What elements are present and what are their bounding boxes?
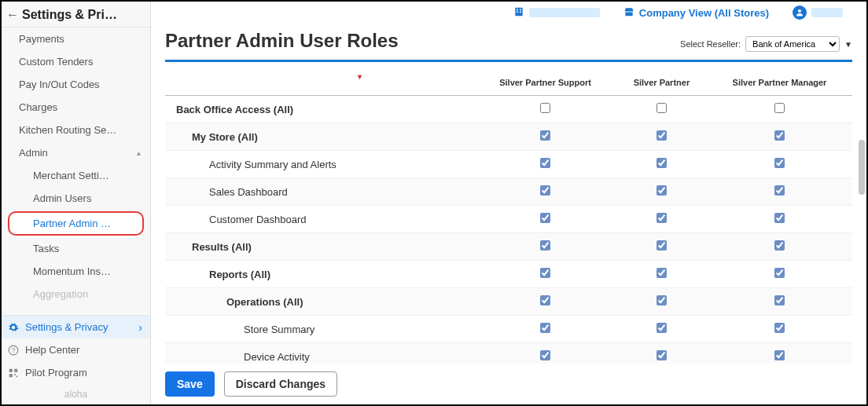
table-row: Back Office Access (All) xyxy=(165,96,852,123)
reseller-select[interactable]: Bank of America xyxy=(745,36,840,52)
discard-button[interactable]: Discard Changes xyxy=(224,371,337,397)
divider xyxy=(165,60,852,62)
sidebar-item-pilot-program[interactable]: Pilot Program xyxy=(2,361,150,384)
permission-cell xyxy=(707,96,852,123)
table-row: Store Summary xyxy=(165,316,852,343)
sidebar-item-label: Settings & Privacy xyxy=(25,321,108,333)
sidebar-item-tasks[interactable]: Tasks xyxy=(2,237,150,260)
building-icon xyxy=(513,6,524,20)
sidebar-item-label: Partner Admin … xyxy=(33,218,111,229)
back-arrow-icon[interactable]: ← xyxy=(6,8,19,22)
permission-checkbox[interactable] xyxy=(540,295,550,305)
permission-cell xyxy=(707,288,852,316)
svg-text:?: ? xyxy=(12,346,16,353)
sort-indicator-icon: ▾ xyxy=(358,73,362,81)
footer-actions: Save Discard Changes xyxy=(165,364,852,404)
permission-checkbox[interactable] xyxy=(774,240,785,251)
save-button[interactable]: Save xyxy=(165,371,215,397)
permission-cell xyxy=(474,261,616,288)
table-row: Device Activity xyxy=(165,343,852,364)
permission-checkbox[interactable] xyxy=(540,350,550,360)
sidebar-item-pay-in-out-codes[interactable]: Pay In/Out Codes xyxy=(2,73,150,96)
permission-checkbox[interactable] xyxy=(657,240,667,251)
permission-checkbox[interactable] xyxy=(774,295,785,305)
sidebar-item-label: Pay In/Out Codes xyxy=(19,79,100,90)
permission-cell xyxy=(707,206,852,233)
content: Partner Admin User Roles Select Reseller… xyxy=(151,22,866,404)
sidebar-item-aggregation[interactable]: Aggregation xyxy=(2,283,150,305)
permission-label: Store Summary xyxy=(165,316,474,343)
sidebar-item-settings-privacy[interactable]: Settings & Privacy xyxy=(2,316,150,338)
permission-cell xyxy=(474,343,616,364)
permission-checkbox[interactable] xyxy=(774,103,785,113)
permission-checkbox[interactable] xyxy=(540,213,550,223)
permission-checkbox[interactable] xyxy=(540,323,550,333)
sidebar-item-partner-admin[interactable]: Partner Admin … xyxy=(8,211,144,236)
svg-rect-3 xyxy=(14,368,17,371)
permission-checkbox[interactable] xyxy=(540,158,550,168)
permission-cell xyxy=(616,343,707,364)
permission-label: Device Activity xyxy=(165,343,474,364)
permission-checkbox[interactable] xyxy=(774,323,785,333)
permission-checkbox[interactable] xyxy=(774,185,785,196)
sidebar-item-label: Tasks xyxy=(33,243,59,254)
table-row: Reports (All) xyxy=(165,261,852,288)
sidebar-item-label: Custom Tenders xyxy=(19,56,93,68)
sidebar-item-custom-tenders[interactable]: Custom Tenders xyxy=(2,50,150,73)
permission-checkbox[interactable] xyxy=(774,130,785,141)
permission-checkbox[interactable] xyxy=(774,158,785,168)
sidebar-item-label: Kitchen Routing Se… xyxy=(19,124,116,136)
permissions-table-wrap: ▾ Silver Partner SupportSilver PartnerSi… xyxy=(165,73,852,364)
sidebar-item-admin[interactable]: Admin▴ xyxy=(2,141,150,164)
permission-label: Customer Dashboard xyxy=(165,206,474,233)
permission-cell xyxy=(616,233,707,261)
svg-rect-9 xyxy=(520,9,521,10)
sidebar-item-help-center[interactable]: ?Help Center xyxy=(2,338,150,361)
sidebar-item-admin-users[interactable]: Admin Users xyxy=(2,187,150,210)
role-column-header: Silver Partner xyxy=(616,73,707,96)
permission-cell xyxy=(707,261,852,288)
permission-checkbox[interactable] xyxy=(657,295,667,305)
permission-checkbox[interactable] xyxy=(540,240,550,251)
permission-checkbox[interactable] xyxy=(540,268,550,278)
permission-checkbox[interactable] xyxy=(657,103,667,113)
permission-checkbox[interactable] xyxy=(540,103,550,113)
sidebar-item-charges[interactable]: Charges xyxy=(2,96,150,119)
permission-checkbox[interactable] xyxy=(657,130,667,141)
permission-cell xyxy=(707,233,852,261)
permission-cell xyxy=(616,96,707,123)
permission-checkbox[interactable] xyxy=(657,268,667,278)
permission-checkbox[interactable] xyxy=(657,158,667,168)
table-row: Sales Dashboard xyxy=(165,178,852,206)
sidebar-item-payments[interactable]: Payments xyxy=(2,27,150,50)
permission-checkbox[interactable] xyxy=(657,213,667,223)
topbar-building[interactable] xyxy=(513,6,600,20)
permission-checkbox[interactable] xyxy=(657,185,667,196)
permission-checkbox[interactable] xyxy=(774,213,785,223)
permission-cell xyxy=(474,316,616,343)
chevron-up-icon: ▴ xyxy=(137,148,141,157)
table-row: Activity Summary and Alerts xyxy=(165,151,852,178)
sidebar-item-merchant-setti[interactable]: Merchant Setti… xyxy=(2,164,150,187)
permission-checkbox[interactable] xyxy=(774,268,785,278)
permission-checkbox[interactable] xyxy=(657,323,667,333)
permissions-header-empty: ▾ xyxy=(165,73,474,96)
scrollbar-thumb[interactable] xyxy=(859,140,865,195)
permission-cell xyxy=(474,233,616,261)
sidebar-item-label: Help Center xyxy=(25,344,79,356)
topbar-user[interactable] xyxy=(793,5,843,20)
permission-label: Reports (All) xyxy=(165,261,474,288)
svg-rect-10 xyxy=(517,11,518,13)
sidebar-item-label: Charges xyxy=(19,101,57,113)
permission-checkbox[interactable] xyxy=(774,350,785,360)
topbar-company-view[interactable]: Company View (All Stores) xyxy=(623,6,769,20)
sidebar-item-momentum-ins[interactable]: Momentum Ins… xyxy=(2,260,150,283)
permission-checkbox[interactable] xyxy=(540,130,550,141)
sidebar-item-label: Payments xyxy=(19,33,64,45)
permission-checkbox[interactable] xyxy=(657,350,667,360)
sidebar-item-label: Admin xyxy=(19,147,48,159)
sidebar-item-label: Aggregation xyxy=(33,288,88,300)
sidebar-item-kitchen-routing-se[interactable]: Kitchen Routing Se… xyxy=(2,119,150,141)
permission-cell xyxy=(707,123,852,151)
permission-checkbox[interactable] xyxy=(540,185,550,196)
